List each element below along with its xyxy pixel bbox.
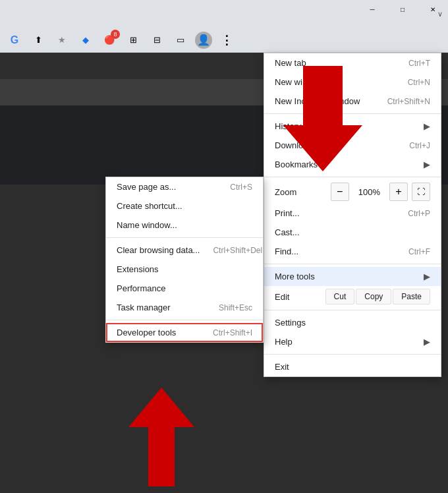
submenu-divider-1 [106, 237, 263, 238]
zoom-row: Zoom − 100% + ⛶ [264, 180, 441, 204]
menu-item-exit[interactable]: Exit [264, 357, 441, 376]
menu-item-new-tab[interactable]: New tab Ctrl+T [264, 53, 441, 72]
cast-icon[interactable]: ▭ [171, 31, 190, 49]
menu-item-print[interactable]: Print... Ctrl+P [264, 204, 441, 223]
submenu-item-save-page[interactable]: Save page as... Ctrl+S [106, 177, 263, 196]
submenu-item-performance[interactable]: Performance [106, 279, 263, 298]
paste-button[interactable]: Paste [393, 289, 430, 304]
menu-item-more-tools[interactable]: More tools ▶ [264, 267, 441, 286]
edit-row: Edit Cut Copy Paste [264, 286, 441, 307]
divider-2 [264, 177, 441, 177]
submenu-item-developer-tools[interactable]: Developer tools Ctrl+Shift+I [106, 323, 263, 342]
cut-button[interactable]: Cut [325, 289, 355, 304]
maps-icon[interactable]: ◆ [76, 31, 95, 49]
menu-item-cast[interactable]: Cast... [264, 223, 441, 242]
submenu-item-clear-browsing[interactable]: Clear browsing data... Ctrl+Shift+Del [106, 241, 263, 260]
puzzle-icon[interactable]: ⊞ [124, 31, 142, 49]
close-button[interactable]: ✕ [418, 0, 448, 18]
zoom-increase-button[interactable]: + [389, 183, 408, 201]
svg-marker-1 [128, 388, 194, 486]
menu-item-downloads[interactable]: Downloads Ctrl+J [264, 136, 441, 155]
menu-item-history[interactable]: History ▶ [264, 117, 441, 136]
main-dropdown-menu: New tab Ctrl+T New window Ctrl+N New Inc… [264, 53, 441, 377]
zoom-decrease-button[interactable]: − [331, 183, 349, 201]
submenu-item-create-shortcut[interactable]: Create shortcut... [106, 196, 263, 216]
minimize-button[interactable]: ─ [357, 0, 387, 18]
google-icon[interactable]: G [5, 31, 24, 49]
zoom-fullscreen-button[interactable]: ⛶ [412, 183, 430, 201]
divider-5 [264, 354, 441, 355]
avatar-icon[interactable]: 👤 [195, 32, 212, 49]
menu-item-find[interactable]: Find... Ctrl+F [264, 242, 441, 261]
extensions-badge: 8 [111, 30, 120, 39]
bookmark-icon[interactable]: ★ [53, 31, 71, 49]
browser-toolbar: G ⬆ ★ ◆ 🔴 8 ⊞ ⊟ ▭ 👤 ⋮ [0, 28, 448, 53]
extensions-icon[interactable]: 🔴 8 [100, 31, 119, 49]
divider-4 [264, 310, 441, 310]
divider-3 [264, 264, 441, 264]
submenu-item-task-manager[interactable]: Task manager Shift+Esc [106, 298, 263, 317]
submenu-divider-2 [106, 320, 263, 320]
divider-1 [264, 113, 441, 114]
maximize-button[interactable]: □ [387, 0, 418, 18]
submenu-more-tools: Save page as... Ctrl+S Create shortcut..… [105, 177, 264, 343]
copy-button[interactable]: Copy [356, 289, 391, 304]
menu-button[interactable]: ⋮ [217, 31, 236, 49]
menu-item-new-window[interactable]: New window Ctrl+N [264, 72, 441, 92]
submenu-item-extensions[interactable]: Extensions [106, 260, 263, 279]
menu-item-bookmarks[interactable]: Bookmarks ▶ [264, 155, 441, 174]
title-bar: ─ □ ✕ ∨ [0, 0, 448, 28]
menu-item-incognito[interactable]: New Incognito window Ctrl+Shift+N [264, 92, 441, 111]
annotation-arrow-up [128, 388, 194, 486]
switch-icon[interactable]: ⊟ [148, 31, 166, 49]
menu-item-help[interactable]: Help ▶ [264, 332, 441, 351]
share-icon[interactable]: ⬆ [29, 31, 47, 49]
submenu-item-name-window[interactable]: Name window... [106, 216, 263, 235]
menu-item-settings[interactable]: Settings [264, 313, 441, 332]
